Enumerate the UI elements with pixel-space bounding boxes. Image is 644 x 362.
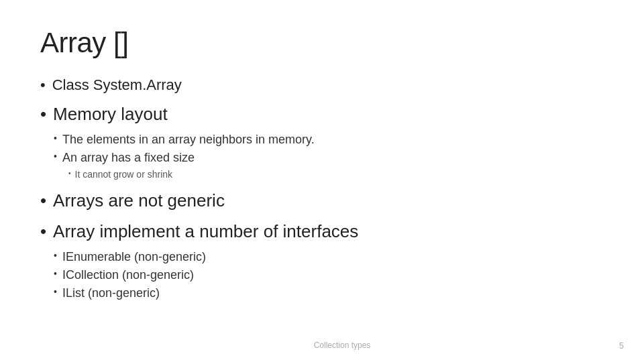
footer-page-number: 5 xyxy=(619,341,624,351)
level2-dot-1: • xyxy=(54,131,57,145)
slide: Array [] • Class System.Array • Memory l… xyxy=(0,0,644,362)
bullet-text-class-system-array: Class System.Array xyxy=(52,74,182,96)
subitem-text-ienumerable: IEnumerable (non-generic) xyxy=(62,248,206,266)
level2-dot-2: • xyxy=(54,149,57,164)
subitem-text-elements-neighbors: The elements in an array neighbors in me… xyxy=(62,131,315,149)
subitem-elements-neighbors: • The elements in an array neighbors in … xyxy=(54,131,604,149)
footer-center-text: Collection types xyxy=(40,341,644,350)
fixed-size-sublist: • It cannot grow or shrink xyxy=(68,168,172,182)
subitem-icollection: • ICollection (non-generic) xyxy=(54,266,604,284)
subitem-ienumerable: • IEnumerable (non-generic) xyxy=(54,248,604,266)
subitem-text-ilist: IList (non-generic) xyxy=(62,284,160,302)
bullet-text-memory-layout: Memory layout xyxy=(53,102,168,127)
interfaces-sublist: • IEnumerable (non-generic) • ICollectio… xyxy=(54,248,604,302)
bullet-symbol-1: • xyxy=(40,74,46,96)
bullet-text-array-implement: Array implement a number of interfaces xyxy=(53,219,358,245)
bullet-symbol-4: • xyxy=(40,219,46,245)
subitem-cannot-grow: • It cannot grow or shrink xyxy=(68,168,172,182)
bullet-text-arrays-not-generic: Arrays are not generic xyxy=(53,188,225,214)
subitem-fixed-size: • An array has a fixed size • It cannot … xyxy=(54,149,604,183)
subitem-text-cannot-grow: It cannot grow or shrink xyxy=(75,168,173,182)
subitem-ilist: • IList (non-generic) xyxy=(54,284,604,302)
bullet-arrays-not-generic: • Arrays are not generic xyxy=(40,188,604,217)
subitem-text-icollection: ICollection (non-generic) xyxy=(62,266,194,284)
level2-dot-5: • xyxy=(54,284,57,299)
subitem-text-fixed-size: An array has a fixed size xyxy=(62,149,195,167)
bullet-class-system-array: • Class System.Array xyxy=(40,74,604,99)
level3-dot-1: • xyxy=(68,168,71,180)
level2-dot-3: • xyxy=(54,248,57,263)
slide-footer: Collection types 5 xyxy=(0,341,644,350)
slide-title: Array [] xyxy=(40,27,604,59)
bullet-array-implement: • Array implement a number of interfaces… xyxy=(40,219,604,305)
bullet-symbol-2: • xyxy=(40,102,46,127)
bullet-memory-layout: • Memory layout • The elements in an arr… xyxy=(40,102,604,186)
level2-dot-4: • xyxy=(54,266,57,281)
bullet-symbol-3: • xyxy=(40,188,46,214)
main-bullet-list: • Class System.Array • Memory layout • T… xyxy=(40,74,604,305)
memory-layout-sublist: • The elements in an array neighbors in … xyxy=(54,131,604,183)
